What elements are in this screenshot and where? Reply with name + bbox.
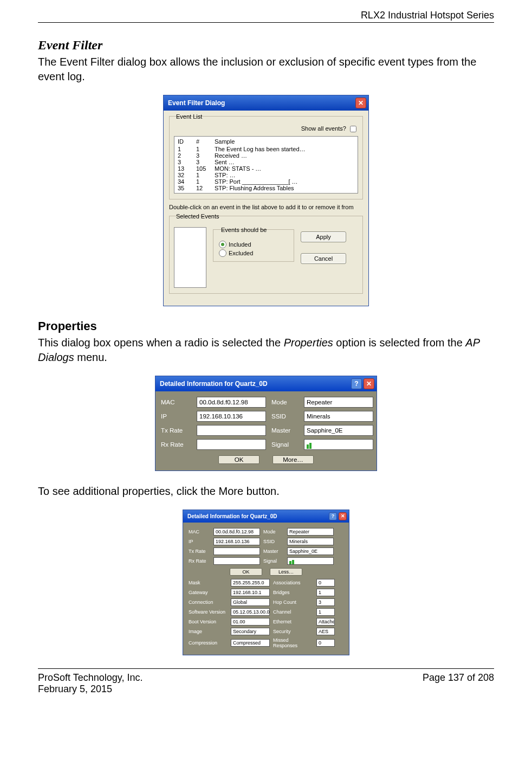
signal-bars-icon — [307, 440, 371, 449]
bottom-rule — [38, 668, 494, 669]
compression-label: Compression — [189, 640, 228, 646]
mask-field: 255.255.255.0 — [231, 579, 270, 586]
list-item[interactable]: 341STP: Port ______________[ … — [178, 178, 354, 185]
ip-label: IP — [189, 539, 210, 544]
signal-label: Signal — [271, 441, 299, 448]
signal-field — [304, 439, 373, 450]
event-filter-title: Event Filter Dialog — [168, 99, 225, 107]
less-button[interactable]: Less… — [270, 568, 302, 576]
channel-label: Channel — [273, 609, 313, 615]
compression-field: Compressed — [231, 639, 270, 647]
master-field: Sapphire_0E — [304, 425, 373, 436]
selected-events-list[interactable] — [174, 227, 206, 288]
swver-field: 05.12.05.13.00.00 — [231, 608, 270, 616]
list-item[interactable]: 11The Event Log has been started… — [178, 146, 354, 152]
heading-event-filter: Event Filter — [38, 38, 494, 53]
security-field: AES — [316, 628, 335, 635]
security-label: Security — [273, 629, 313, 634]
ok-button[interactable]: OK — [230, 568, 262, 576]
mode-field: Repeater — [287, 528, 334, 536]
rxrate-label: Rx Rate — [161, 441, 191, 448]
bridges-field: 1 — [316, 589, 335, 596]
properties-dialog: Detailed Information for Quartz_0D ? ✕ M… — [155, 376, 377, 471]
list-item[interactable]: 23Received … — [178, 152, 354, 159]
col-num: # — [196, 138, 215, 145]
apply-button[interactable]: Apply — [301, 231, 346, 242]
mode-label: Mode — [263, 529, 284, 534]
mode-field: Repeater — [304, 397, 373, 408]
doc-series-header: RLX2 Industrial Hotspot Series — [38, 10, 494, 21]
heading-properties: Properties — [38, 319, 494, 333]
mac-label: MAC — [189, 529, 210, 534]
event-filter-dialog: Event Filter Dialog ✕ Event List Show al… — [163, 95, 369, 306]
gateway-label: Gateway — [189, 590, 228, 595]
mac-field: 00.0d.8d.f0.12.98 — [213, 528, 260, 536]
show-all-events-text: Show all events? — [301, 125, 346, 132]
close-icon[interactable]: ✕ — [364, 378, 374, 389]
properties-titlebar[interactable]: Detailed Information for Quartz_0D ? ✕ — [155, 376, 377, 391]
excluded-radio[interactable] — [219, 249, 226, 257]
signal-label: Signal — [263, 558, 284, 564]
signal-bars-icon — [289, 558, 332, 564]
included-radio[interactable] — [219, 241, 226, 248]
master-label: Master — [271, 427, 299, 434]
ethernet-label: Ethernet — [273, 619, 313, 624]
hop-field: 3 — [316, 598, 335, 606]
rxrate-label: Rx Rate — [189, 558, 210, 564]
cancel-button[interactable]: Cancel — [301, 253, 346, 264]
bootver-field: 01.00 — [231, 618, 270, 626]
ok-button[interactable]: OK — [218, 455, 259, 464]
close-icon[interactable]: ✕ — [339, 512, 347, 520]
assoc-label: Associations — [273, 580, 313, 585]
list-item[interactable]: 3512STP: Flushing Address Tables — [178, 185, 354, 191]
mask-label: Mask — [189, 580, 228, 585]
ip-label: IP — [161, 413, 191, 420]
channel-field: 1 — [316, 608, 335, 616]
signal-field — [287, 557, 334, 565]
master-label: Master — [263, 549, 284, 554]
event-filter-titlebar[interactable]: Event Filter Dialog ✕ — [164, 95, 368, 111]
footer-company: ProSoft Technology, Inc. — [38, 672, 142, 684]
hop-label: Hop Count — [273, 600, 313, 605]
master-field: Sapphire_0E — [287, 547, 334, 555]
txrate-field — [213, 547, 260, 555]
close-icon[interactable]: ✕ — [355, 98, 366, 108]
txrate-label: Tx Rate — [161, 427, 191, 434]
connection-label: Connection — [189, 600, 228, 605]
ssid-label: SSID — [263, 539, 284, 544]
rxrate-field — [213, 557, 260, 565]
txrate-label: Tx Rate — [189, 549, 210, 554]
col-sample: Sample — [215, 138, 354, 145]
help-icon[interactable]: ? — [329, 512, 337, 520]
show-all-events-checkbox[interactable] — [350, 126, 356, 132]
event-list[interactable]: ID # Sample 11The Event Log has been sta… — [174, 136, 358, 194]
ip-field: 192.168.10.136 — [197, 411, 266, 422]
ethernet-field: Attached — [316, 618, 335, 626]
missed-field: 0 — [316, 639, 335, 647]
included-label: Included — [229, 241, 251, 248]
mode-label: Mode — [271, 399, 299, 405]
para-properties: This dialog box opens when a radio is se… — [38, 336, 494, 365]
events-should-be-group: Events should be Included Excluded — [213, 229, 294, 262]
gateway-field: 192.168.10.1 — [231, 589, 270, 596]
ssid-field: Minerals — [304, 411, 373, 422]
para-more-button: To see additional properties, click the … — [38, 484, 494, 499]
properties-title: Detailed Information for Quartz_0D — [160, 380, 268, 388]
properties-dialog-expanded: Detailed Information for Quartz_0D ? ✕ M… — [183, 510, 349, 655]
list-item[interactable]: 13105MON: STATS - … — [178, 165, 354, 172]
assoc-field: 0 — [316, 579, 335, 586]
missed-label: Missed Responses — [273, 637, 313, 648]
rxrate-field — [197, 439, 266, 450]
help-icon[interactable]: ? — [351, 378, 362, 389]
event-list-fieldset: Event List Show all events? ID # Sample — [169, 116, 363, 199]
ip-field: 192.168.10.136 — [213, 538, 260, 545]
footer-date: February 5, 2015 — [38, 684, 142, 695]
list-item[interactable]: 33Sent … — [178, 159, 354, 165]
txrate-field — [197, 425, 266, 436]
mac-field: 00.0d.8d.f0.12.98 — [197, 397, 266, 408]
more-button[interactable]: More… — [273, 455, 314, 464]
footer-page: Page 137 of 208 — [423, 672, 494, 695]
list-item[interactable]: 321STP: … — [178, 172, 354, 178]
properties-expanded-titlebar[interactable]: Detailed Information for Quartz_0D ? ✕ — [183, 510, 349, 523]
col-id: ID — [178, 138, 196, 145]
